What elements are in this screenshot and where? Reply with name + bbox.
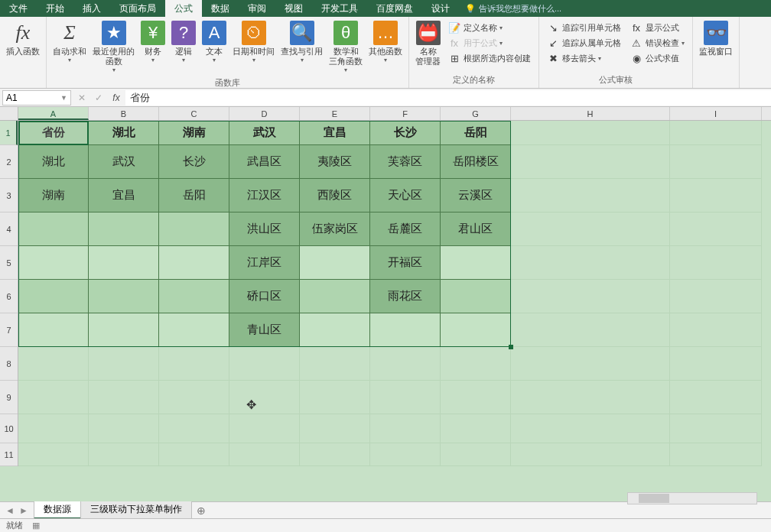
cell-C9[interactable] [159, 381, 229, 414]
fill-handle[interactable] [509, 345, 513, 349]
cell-I8[interactable] [670, 347, 762, 381]
cell-C10[interactable] [159, 414, 229, 443]
menu-item-视图[interactable]: 视图 [275, 0, 312, 17]
cell-G10[interactable] [441, 414, 511, 443]
ribbon-small-button[interactable]: ↘追踪引用单元格 [545, 21, 623, 34]
menu-item-公式[interactable]: 公式 [165, 0, 202, 17]
cell-I5[interactable] [670, 246, 762, 280]
column-header-I[interactable]: I [670, 107, 762, 120]
cell-A1[interactable]: 省份 [18, 121, 89, 145]
cell-H8[interactable] [511, 347, 670, 381]
menu-item-数据[interactable]: 数据 [202, 0, 239, 17]
spreadsheet-grid[interactable]: ABCDEFGHI 1234567891011 省份湖北湖南武汉宜昌长沙岳阳湖北… [0, 107, 771, 506]
menu-item-开发工具[interactable]: 开发工具 [312, 0, 367, 17]
sheet-nav-next-icon[interactable]: ► [17, 505, 31, 516]
row-header-1[interactable]: 1 [0, 121, 18, 145]
cell-G8[interactable] [441, 347, 511, 381]
column-header-B[interactable]: B [89, 107, 159, 120]
cell-D6[interactable]: 硚口区 [229, 280, 300, 313]
cell-D5[interactable]: 江岸区 [229, 246, 300, 280]
cell-E3[interactable]: 西陵区 [300, 179, 370, 212]
cell-H1[interactable] [511, 121, 670, 145]
sheet-tab-数据源[interactable]: 数据源 [34, 501, 81, 519]
cell-H2[interactable] [511, 145, 670, 179]
menu-item-审阅[interactable]: 审阅 [239, 0, 275, 17]
cell-H6[interactable] [511, 280, 670, 313]
cell-B1[interactable]: 湖北 [89, 121, 159, 145]
cell-D3[interactable]: 江汉区 [229, 179, 300, 212]
cell-A7[interactable] [18, 313, 89, 347]
cell-E1[interactable]: 宜昌 [300, 121, 370, 145]
cell-B2[interactable]: 武汉 [89, 145, 159, 179]
cell-E2[interactable]: 夷陵区 [300, 145, 370, 179]
cell-F11[interactable] [370, 443, 441, 466]
cell-H10[interactable] [511, 414, 670, 443]
cell-D11[interactable] [229, 443, 300, 466]
cell-C6[interactable] [159, 280, 229, 313]
cell-E10[interactable] [300, 414, 370, 443]
column-header-D[interactable]: D [229, 107, 300, 120]
row-header-10[interactable]: 10 [0, 414, 18, 443]
cell-H7[interactable] [511, 313, 670, 347]
ribbon-button[interactable]: Σ自动求和▾ [50, 19, 89, 66]
ribbon-button[interactable]: ⏲日期和时间▾ [229, 19, 278, 66]
cell-B6[interactable] [89, 280, 159, 313]
cell-H9[interactable] [511, 381, 670, 414]
cell-F9[interactable] [370, 381, 441, 414]
cell-G11[interactable] [441, 443, 511, 466]
horizontal-scrollbar[interactable] [627, 492, 757, 504]
name-box-dropdown-icon[interactable]: ▼ [60, 94, 67, 102]
row-header-8[interactable]: 8 [0, 347, 18, 381]
name-box[interactable]: A1 ▼ [2, 90, 71, 105]
row-header-11[interactable]: 11 [0, 443, 18, 466]
cell-D7[interactable]: 青山区 [229, 313, 300, 347]
cell-E9[interactable] [300, 381, 370, 414]
cell-F3[interactable]: 天心区 [370, 179, 441, 212]
cell-D2[interactable]: 武昌区 [229, 145, 300, 179]
cell-G5[interactable] [441, 246, 511, 280]
cell-G2[interactable]: 岳阳楼区 [441, 145, 511, 179]
row-header-7[interactable]: 7 [0, 313, 18, 347]
cell-A6[interactable] [18, 280, 89, 313]
cell-D9[interactable] [229, 381, 300, 414]
cell-G1[interactable]: 岳阳 [441, 121, 511, 145]
column-header-A[interactable]: A [18, 107, 89, 120]
cell-F6[interactable]: 雨花区 [370, 280, 441, 313]
cell-G4[interactable]: 君山区 [441, 212, 511, 246]
cell-I7[interactable] [670, 313, 762, 347]
select-all-corner[interactable] [0, 107, 18, 121]
ribbon-button[interactable]: ?逻辑▾ [168, 19, 199, 66]
cells-area[interactable]: 省份湖北湖南武汉宜昌长沙岳阳湖北武汉长沙武昌区夷陵区芙蓉区岳阳楼区湖南宜昌岳阳江… [18, 121, 771, 506]
cell-C5[interactable] [159, 246, 229, 280]
ribbon-button[interactable]: …其他函数▾ [366, 19, 405, 66]
cell-B5[interactable] [89, 246, 159, 280]
cell-B3[interactable]: 宜昌 [89, 179, 159, 212]
cell-I1[interactable] [670, 121, 762, 145]
ribbon-small-button[interactable]: ◉公式求值 [629, 51, 686, 65]
cell-F10[interactable] [370, 414, 441, 443]
cell-I2[interactable] [670, 145, 762, 179]
row-header-9[interactable]: 9 [0, 381, 18, 414]
row-header-6[interactable]: 6 [0, 280, 18, 313]
cell-B11[interactable] [89, 443, 159, 466]
cell-B10[interactable] [89, 414, 159, 443]
ribbon-button[interactable]: ★最近使用的函数▾ [89, 19, 138, 76]
new-sheet-button[interactable]: ⊕ [191, 504, 211, 517]
ribbon-button[interactable]: 👓监视窗口 [696, 19, 736, 58]
cell-C2[interactable]: 长沙 [159, 145, 229, 179]
cell-H3[interactable] [511, 179, 670, 212]
cell-I11[interactable] [670, 443, 762, 466]
cell-D8[interactable] [229, 347, 300, 381]
ribbon-small-button[interactable]: ⊞根据所选内容创建 [447, 51, 532, 65]
cell-F4[interactable]: 岳麓区 [370, 212, 441, 246]
cell-D4[interactable]: 洪山区 [229, 212, 300, 246]
menu-item-设计[interactable]: 设计 [422, 0, 459, 17]
cell-B8[interactable] [89, 347, 159, 381]
cell-E7[interactable] [300, 313, 370, 347]
cell-H5[interactable] [511, 246, 670, 280]
cell-A10[interactable] [18, 414, 89, 443]
cell-F5[interactable]: 开福区 [370, 246, 441, 280]
cell-I9[interactable] [670, 381, 762, 414]
cell-C1[interactable]: 湖南 [159, 121, 229, 145]
column-header-C[interactable]: C [159, 107, 229, 120]
